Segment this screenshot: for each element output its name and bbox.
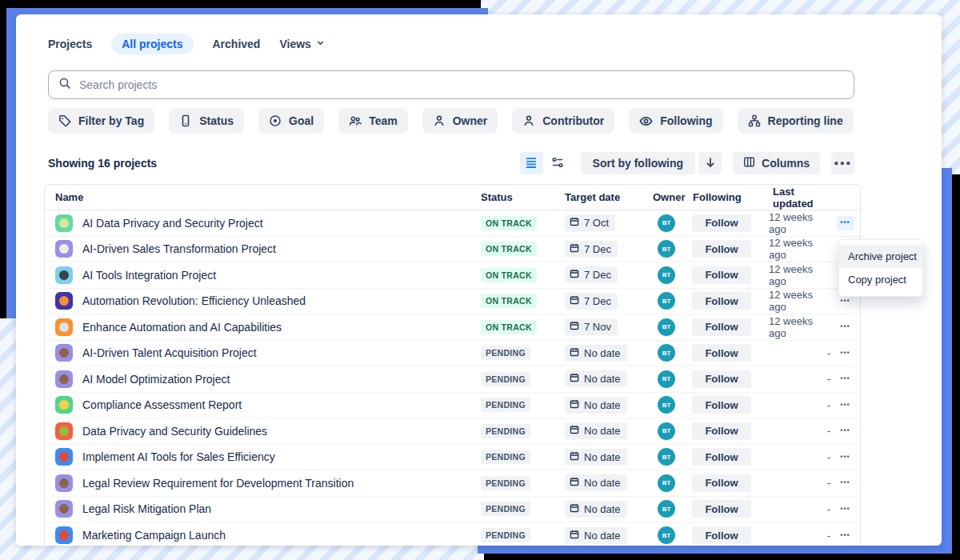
table-row[interactable]: AI-Driven Talent Acquisition Project PEN… bbox=[45, 341, 860, 367]
follow-button[interactable]: Follow bbox=[692, 318, 751, 336]
follow-button[interactable]: Follow bbox=[692, 344, 751, 362]
owner-avatar[interactable]: BT bbox=[658, 292, 675, 310]
owner-avatar[interactable]: BT bbox=[658, 240, 675, 258]
owner-avatar[interactable]: BT bbox=[658, 422, 675, 440]
table-row[interactable]: Legal Risk Mitigation Plan PENDING No da… bbox=[45, 497, 860, 523]
sort-direction-button[interactable] bbox=[698, 152, 722, 174]
project-name[interactable]: AI-Driven Sales Transformation Project bbox=[82, 242, 276, 255]
menu-item-archive-project[interactable]: Archive project bbox=[839, 245, 922, 268]
project-name[interactable]: Legal Review Requirement for Development… bbox=[82, 477, 354, 490]
table-row[interactable]: AI Tools Integration Project ON TRACK 7 … bbox=[45, 262, 860, 289]
filter-chip-team[interactable]: Team bbox=[338, 108, 408, 134]
last-updated: - bbox=[769, 418, 830, 444]
project-name[interactable]: Compliance Assessment Report bbox=[82, 398, 242, 411]
owner-avatar[interactable]: BT bbox=[658, 474, 675, 492]
owner-avatar[interactable]: BT bbox=[658, 214, 675, 232]
project-name[interactable]: Data Privacy and Security Guidelines bbox=[82, 425, 267, 438]
filter-chip-goal[interactable]: Goal bbox=[258, 108, 324, 134]
row-more-button[interactable]: ••• bbox=[837, 476, 854, 490]
table-row[interactable]: Marketing Campaign Launch PENDING No dat… bbox=[45, 522, 860, 546]
list-view-button[interactable] bbox=[520, 152, 543, 174]
row-more-button[interactable]: ••• bbox=[837, 320, 854, 334]
nav-views-dropdown[interactable]: Views bbox=[279, 38, 325, 50]
nav-tab-projects[interactable]: Projects bbox=[48, 38, 92, 50]
follow-button[interactable]: Follow bbox=[692, 292, 751, 310]
table-row[interactable]: AI Data Privacy and Security Project ON … bbox=[45, 210, 860, 237]
follow-button[interactable]: Follow bbox=[692, 474, 751, 492]
menu-item-copy-project[interactable]: Copy project bbox=[839, 268, 922, 291]
column-header-target-date[interactable]: Target date bbox=[565, 191, 649, 203]
owner-avatar[interactable]: BT bbox=[658, 448, 675, 466]
table-row[interactable]: Implement AI Tools for Sales Efficiency … bbox=[45, 445, 860, 471]
follow-button[interactable]: Follow bbox=[692, 240, 751, 258]
column-header-owner[interactable]: Owner bbox=[649, 191, 689, 203]
project-name[interactable]: AI Tools Integration Project bbox=[82, 269, 216, 282]
sort-button[interactable]: Sort by following bbox=[581, 152, 696, 174]
owner-avatar[interactable]: BT bbox=[658, 500, 675, 518]
toolbar-more-button[interactable]: ●●● bbox=[831, 152, 854, 174]
filter-chip-status[interactable]: Status bbox=[169, 108, 244, 134]
row-more-button[interactable]: ••• bbox=[837, 424, 854, 438]
column-header-last-updated[interactable]: Last updated bbox=[769, 186, 830, 210]
follow-button[interactable]: Follow bbox=[692, 396, 751, 414]
column-header-name[interactable]: Name bbox=[45, 191, 481, 203]
coconut-icon bbox=[55, 344, 73, 362]
table-row[interactable]: Automation Revolution: Efficiency Unleas… bbox=[45, 289, 860, 315]
project-name[interactable]: Implement AI Tools for Sales Efficiency bbox=[82, 450, 275, 463]
owner-avatar[interactable]: BT bbox=[658, 396, 675, 414]
row-more-button[interactable]: ••• bbox=[837, 450, 854, 464]
owner-avatar[interactable]: BT bbox=[658, 526, 675, 544]
search-icon bbox=[58, 77, 71, 93]
row-more-button[interactable]: ••• bbox=[837, 528, 854, 542]
table-row[interactable]: Compliance Assessment Report PENDING No … bbox=[45, 393, 860, 419]
calendar-icon bbox=[570, 373, 579, 385]
row-more-button[interactable]: ••• bbox=[837, 502, 854, 516]
status-badge: PENDING bbox=[481, 346, 530, 360]
nav-tab-all-projects[interactable]: All projects bbox=[111, 34, 193, 54]
project-name[interactable]: Automation Revolution: Efficiency Unleas… bbox=[82, 294, 306, 307]
follow-button[interactable]: Follow bbox=[692, 370, 751, 388]
last-updated: 12 weeks ago bbox=[769, 314, 830, 340]
target-date-pill: No date bbox=[565, 449, 627, 466]
table-row[interactable]: AI-Driven Sales Transformation Project O… bbox=[45, 237, 860, 263]
row-more-button[interactable]: ••• bbox=[837, 398, 854, 412]
follow-button[interactable]: Follow bbox=[692, 448, 751, 466]
row-more-button[interactable]: ••• bbox=[837, 372, 854, 386]
table-row[interactable]: Enhance Automation and AI Capabilities O… bbox=[45, 314, 860, 341]
owner-avatar[interactable]: BT bbox=[658, 370, 675, 388]
tag-icon bbox=[58, 114, 71, 127]
follow-button[interactable]: Follow bbox=[692, 500, 751, 518]
row-more-button[interactable]: ••• bbox=[837, 216, 854, 230]
filter-chip-filter-by-tag[interactable]: Filter by Tag bbox=[48, 108, 154, 134]
column-header-status[interactable]: Status bbox=[481, 191, 565, 203]
project-name[interactable]: AI Model Optimization Project bbox=[82, 373, 230, 386]
filter-chip-following[interactable]: Following bbox=[629, 108, 722, 134]
table-row[interactable]: Legal Review Requirement for Development… bbox=[45, 470, 860, 497]
table-row[interactable]: AI Model Optimization Project PENDING No… bbox=[45, 366, 860, 393]
project-name[interactable]: Enhance Automation and AI Capabilities bbox=[82, 321, 282, 334]
table-row[interactable]: Data Privacy and Security Guidelines PEN… bbox=[45, 418, 860, 445]
group-view-button[interactable] bbox=[546, 152, 570, 174]
calendar-icon bbox=[570, 530, 579, 542]
project-name[interactable]: AI Data Privacy and Security Project bbox=[82, 217, 263, 230]
goal-icon bbox=[269, 114, 282, 127]
filter-chip-contributor[interactable]: Contributor bbox=[512, 108, 614, 134]
search-bar[interactable] bbox=[48, 70, 854, 99]
follow-button[interactable]: Follow bbox=[692, 214, 751, 232]
owner-avatar[interactable]: BT bbox=[658, 318, 675, 336]
project-name[interactable]: Legal Risk Mitigation Plan bbox=[82, 502, 211, 515]
project-name[interactable]: AI-Driven Talent Acquisition Project bbox=[82, 346, 257, 359]
owner-avatar[interactable]: BT bbox=[658, 344, 675, 362]
search-input[interactable] bbox=[79, 78, 844, 91]
columns-button[interactable]: Columns bbox=[733, 152, 820, 174]
follow-button[interactable]: Follow bbox=[692, 422, 751, 440]
filter-chip-reporting-line[interactable]: Reporting line bbox=[738, 108, 854, 134]
project-name[interactable]: Marketing Campaign Launch bbox=[82, 529, 226, 542]
nav-tab-archived[interactable]: Archived bbox=[213, 38, 261, 50]
follow-button[interactable]: Follow bbox=[692, 266, 751, 284]
filter-chip-owner[interactable]: Owner bbox=[422, 108, 498, 134]
row-more-button[interactable]: ••• bbox=[837, 346, 854, 360]
follow-button[interactable]: Follow bbox=[692, 526, 751, 544]
column-header-following[interactable]: Following bbox=[689, 191, 769, 203]
owner-avatar[interactable]: BT bbox=[658, 266, 675, 284]
